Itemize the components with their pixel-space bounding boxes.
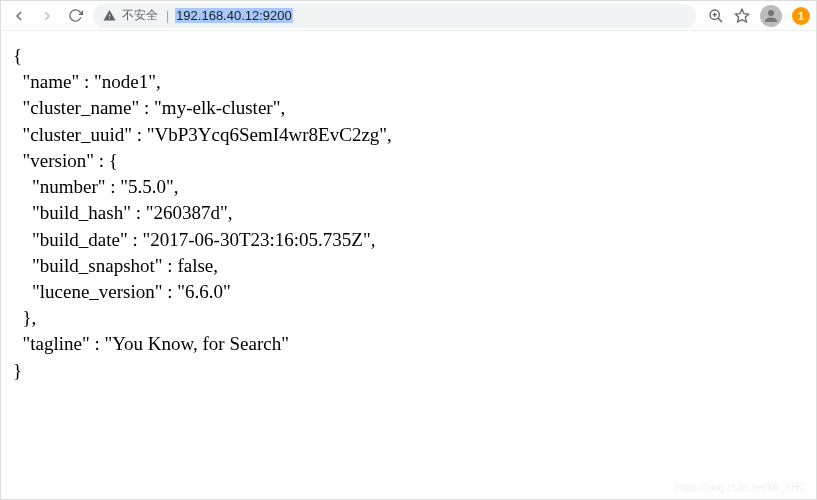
json-value: 2017-06-30T23:16:05.735Z (150, 229, 363, 250)
json-value: false (177, 255, 213, 276)
json-key: number (40, 176, 98, 197)
json-value: node1 (102, 71, 148, 92)
profile-avatar[interactable] (760, 5, 782, 27)
json-key: tagline (30, 333, 82, 354)
json-response: { "name" : "node1", "cluster_name" : "my… (1, 31, 817, 396)
forward-button[interactable] (37, 6, 57, 26)
svg-marker-4 (735, 9, 748, 22)
json-value: 260387d (153, 202, 220, 223)
svg-line-1 (718, 18, 722, 22)
url-text[interactable]: 192.168.40.12:9200 (175, 8, 293, 23)
address-bar[interactable]: 不安全 | 192.168.40.12:9200 (93, 4, 696, 28)
zoom-icon[interactable] (708, 8, 724, 24)
reload-button[interactable] (65, 6, 85, 26)
notification-badge[interactable]: 1 (792, 7, 810, 25)
separator: | (166, 9, 169, 23)
bookmark-star-icon[interactable] (734, 8, 750, 24)
json-key: build_snapshot (40, 255, 155, 276)
insecure-icon (103, 9, 116, 22)
json-value: my-elk-cluster (162, 97, 273, 118)
json-key: cluster_name (30, 97, 131, 118)
json-key: build_hash (40, 202, 123, 223)
watermark: https://blog.csdn.net/Mr_XHC (675, 482, 806, 493)
json-key: cluster_uuid (30, 124, 124, 145)
browser-toolbar: 不安全 | 192.168.40.12:9200 1 (1, 1, 817, 31)
json-key: version (30, 150, 86, 171)
svg-point-5 (768, 10, 774, 16)
json-key: build_date (40, 229, 120, 250)
json-value: 5.5.0 (128, 176, 166, 197)
json-key: name (30, 71, 71, 92)
json-value: You Know, for Search (112, 333, 281, 354)
json-value: VbP3Ycq6SemI4wr8EvC2zg (155, 124, 380, 145)
security-label: 不安全 (122, 7, 158, 24)
json-key: lucene_version (40, 281, 155, 302)
back-button[interactable] (9, 6, 29, 26)
toolbar-right: 1 (708, 5, 810, 27)
json-value: 6.6.0 (185, 281, 223, 302)
